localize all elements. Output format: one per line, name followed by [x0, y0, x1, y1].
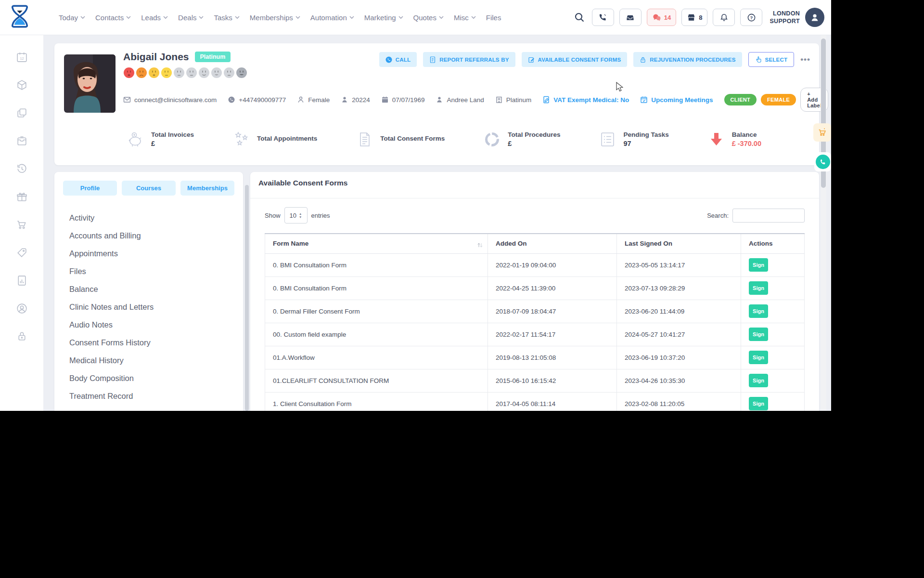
mood-face-icon[interactable] [186, 67, 197, 79]
mood-face-icon[interactable] [123, 67, 135, 79]
client-plan: Platinum [495, 96, 532, 104]
nav-item-deals[interactable]: Deals [178, 13, 204, 22]
report-referrals-button[interactable]: REPORT REFERRALS BY [423, 52, 515, 67]
profile-menu: Activity Accounts and Billing Appointmen… [63, 209, 234, 411]
mood-face-icon[interactable] [211, 67, 222, 79]
nav-item-quotes[interactable]: Quotes [413, 13, 444, 22]
help-button[interactable]: ? [740, 9, 762, 26]
tag-icon[interactable] [16, 247, 28, 259]
available-consent-forms-button[interactable]: AVAILABLE CONSENT FORMS [522, 52, 628, 67]
clinicsoftware-logo-icon[interactable] [8, 4, 32, 31]
sign-button[interactable]: Sign [749, 374, 768, 387]
menu-item-balance[interactable]: Balance [63, 280, 234, 298]
sign-button[interactable]: Sign [749, 328, 768, 341]
gift-icon[interactable] [16, 191, 28, 203]
tab-memberships[interactable]: Memberships [180, 181, 234, 196]
screen: Today Contacts Leads Deals Tasks Members… [0, 0, 924, 578]
history-icon[interactable] [16, 163, 28, 175]
mood-face-icon[interactable] [223, 67, 235, 79]
menu-item-activity[interactable]: Activity [63, 209, 234, 227]
select-button[interactable]: SELECT [748, 52, 795, 67]
client-photo[interactable] [64, 54, 116, 113]
client-email[interactable]: connect@clinicsoftware.com [123, 96, 217, 104]
search-input[interactable] [732, 209, 805, 223]
menu-item-audio-notes[interactable]: Audio Notes [63, 316, 234, 334]
nav-item-leads[interactable]: Leads [141, 13, 168, 22]
column-actions[interactable]: Actions [741, 234, 805, 253]
notifications-button[interactable] [713, 9, 735, 26]
nav-item-tasks[interactable]: Tasks [214, 13, 239, 22]
menu-item-appointments[interactable]: Appointments [63, 245, 234, 263]
sign-button[interactable]: Sign [749, 397, 768, 410]
calendar-icon[interactable]: 12 [16, 51, 28, 63]
question-circle-icon: ? [747, 13, 756, 22]
consent-forms-table: Form Name Added On Last Signed On Action… [265, 233, 805, 411]
tab-courses[interactable]: Courses [122, 181, 176, 196]
floating-phone-button[interactable] [814, 152, 831, 171]
user-avatar[interactable] [805, 8, 824, 27]
page-size-select[interactable]: 10 ▲▼ [284, 207, 308, 223]
mood-face-icon[interactable] [136, 67, 147, 79]
table-row: 01.A.Workflow 2019-08-13 21:05:08 2023-0… [265, 346, 805, 369]
cell-added-on: 2015-06-10 16:15:42 [488, 369, 617, 392]
menu-item-body-composition[interactable]: Body Composition [63, 369, 234, 387]
menu-item-accounts-billing[interactable]: Accounts and Billing [63, 227, 234, 245]
cart-icon [817, 127, 828, 138]
mood-face-icon[interactable] [173, 67, 185, 79]
cart-icon[interactable] [16, 219, 28, 231]
cube-icon[interactable] [16, 79, 28, 91]
cell-form-name: 1. Client Consultation Form [265, 392, 488, 411]
mood-face-icon[interactable] [198, 67, 210, 79]
cell-last-signed: 2023-02-08 11:20:05 [617, 392, 741, 411]
column-added-on[interactable]: Added On [488, 234, 617, 253]
more-actions-button[interactable]: ••• [800, 55, 810, 65]
menu-item-files[interactable]: Files [63, 263, 234, 280]
nav-item-misc[interactable]: Misc [454, 13, 476, 22]
mood-face-icon[interactable] [148, 67, 160, 79]
menu-item-clinic-notes[interactable]: Clinic Notes and Letters [63, 298, 234, 316]
nav-item-memberships[interactable]: Memberships [250, 13, 300, 22]
mood-face-icon[interactable] [236, 67, 247, 79]
sign-button[interactable]: Sign [749, 258, 768, 272]
vat-exempt-link[interactable]: VAT Exempt Medical: No [542, 96, 629, 104]
rejuvenation-procedures-button[interactable]: REJUVENATION PROCEDURES [633, 52, 742, 67]
copy-icon[interactable] [16, 107, 28, 119]
menu-item-medical-history[interactable]: Medical History [63, 352, 234, 369]
app-window: Today Contacts Leads Deals Tasks Members… [0, 0, 831, 411]
menu-item-recommended-products[interactable]: Recommended Products [63, 405, 234, 411]
upcoming-meetings-link[interactable]: Upcoming Meetings [640, 96, 713, 104]
sign-button[interactable]: Sign [749, 304, 768, 318]
nav-item-automation[interactable]: Automation [310, 13, 354, 22]
mood-face-icon[interactable] [161, 67, 172, 79]
shop-button[interactable]: 8 [681, 9, 707, 26]
pen-form-icon [528, 56, 535, 63]
dialer-button[interactable] [592, 9, 614, 26]
client-phone[interactable]: +447490009777 [228, 96, 286, 104]
sign-button[interactable]: Sign [749, 351, 768, 364]
menu-item-consent-forms-history[interactable]: Consent Forms History [63, 334, 234, 352]
column-last-signed-on[interactable]: Last Signed On [617, 234, 741, 253]
column-form-name[interactable]: Form Name [265, 234, 488, 253]
lock-icon[interactable] [16, 330, 28, 342]
call-button[interactable]: CALL [379, 52, 417, 67]
tab-profile[interactable]: Profile [63, 181, 117, 196]
floating-cart-button[interactable] [813, 123, 831, 142]
search-icon[interactable] [574, 12, 585, 23]
inbox-button[interactable] [619, 9, 642, 26]
nav-item-today[interactable]: Today [59, 13, 85, 22]
nav-item-contacts[interactable]: Contacts [95, 13, 131, 22]
client-contact-row: connect@clinicsoftware.com +447490009777… [123, 88, 809, 112]
tray-archive-icon[interactable] [16, 135, 28, 147]
label-female: FEMALE [761, 94, 796, 105]
nav-item-marketing[interactable]: Marketing [364, 13, 403, 22]
panel-scrollbar[interactable] [245, 185, 249, 411]
svg-text:12: 12 [20, 56, 24, 61]
chevron-down-icon [163, 16, 168, 19]
chart-report-icon[interactable] [16, 275, 28, 287]
file-icon [542, 96, 550, 104]
nav-item-files[interactable]: Files [486, 13, 501, 22]
user-circle-icon[interactable] [16, 302, 28, 315]
chat-button[interactable]: 14 [647, 9, 676, 26]
sign-button[interactable]: Sign [749, 281, 768, 295]
menu-item-treatment-record[interactable]: Treatment Record [63, 387, 234, 405]
